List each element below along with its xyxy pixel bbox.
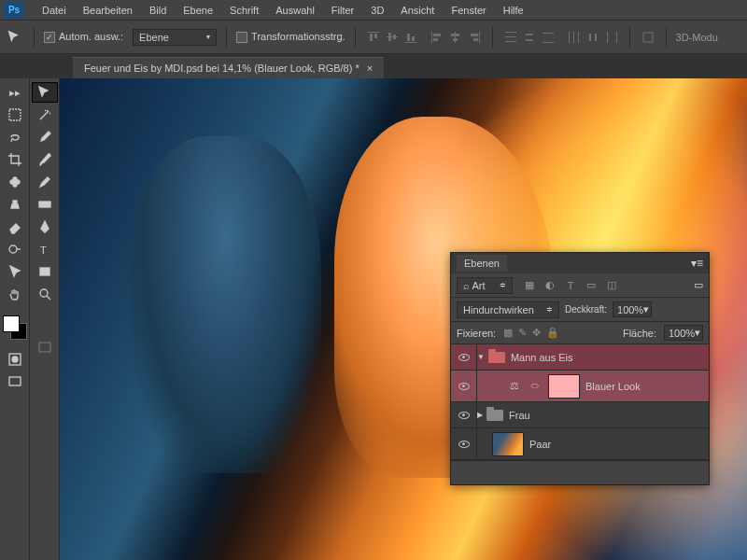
move-tool-icon[interactable]	[32, 82, 58, 103]
layers-tab[interactable]: Ebenen	[457, 255, 507, 272]
type-tool-icon[interactable]: T	[32, 239, 58, 259]
filter-type-icon[interactable]: T	[563, 278, 578, 293]
visibility-toggle[interactable]	[451, 428, 477, 459]
rectangle-tool-icon[interactable]	[32, 261, 58, 282]
dodge-tool-icon[interactable]	[2, 239, 28, 259]
path-select-tool-icon[interactable]	[2, 261, 28, 282]
svg-rect-23	[543, 33, 554, 34]
fill-input[interactable]: 100%▾	[664, 325, 703, 341]
expand-tools-icon[interactable]: ▸▸	[2, 82, 28, 103]
canvas[interactable]: Ebenen ▾≡ ⌕ Art≑ ▦ ◐ T ▭ ◫ ▭ Hindurchwir…	[60, 78, 747, 560]
menu-select[interactable]: Auswahl	[267, 2, 323, 19]
zoom-tool-icon[interactable]	[32, 284, 58, 304]
marquee-tool-icon[interactable]	[2, 105, 28, 125]
filter-adjustment-icon[interactable]: ◐	[543, 278, 557, 293]
screen-mode-icon[interactable]	[2, 371, 28, 392]
lasso-tool-icon[interactable]	[2, 127, 28, 147]
align-hcenter-icon[interactable]	[447, 29, 464, 46]
pen-tool-icon[interactable]	[32, 217, 58, 237]
menu-file[interactable]: Datei	[34, 2, 75, 19]
gradient-tool-icon[interactable]	[32, 194, 58, 215]
eye-icon	[458, 441, 470, 448]
eraser-tool-icon[interactable]	[2, 217, 28, 237]
layer-blauer-look[interactable]: ⚖ ⬭ Blauer Look	[451, 371, 709, 402]
visibility-toggle[interactable]	[451, 402, 477, 427]
distribute-right-icon[interactable]	[603, 29, 620, 46]
crop-tool-icon[interactable]	[2, 149, 28, 170]
visibility-toggle[interactable]	[451, 371, 477, 401]
history-brush-tool-icon[interactable]	[32, 172, 58, 192]
opacity-input[interactable]: 100%▾	[613, 301, 652, 317]
transform-controls-checkbox[interactable]: Transformationsstrg.	[236, 31, 345, 43]
menu-image[interactable]: Bild	[141, 2, 175, 19]
color-balance-icon: ⚖	[507, 379, 522, 394]
distribute-top-icon[interactable]	[502, 29, 519, 46]
layers-panel-header[interactable]: Ebenen ▾≡	[451, 253, 709, 273]
menu-view[interactable]: Ansicht	[392, 2, 443, 19]
lock-all-icon[interactable]: 🔒	[546, 327, 559, 339]
move-tool-icon[interactable]	[6, 28, 24, 47]
foreground-color[interactable]	[3, 315, 20, 332]
close-tab-icon[interactable]: ×	[367, 63, 373, 74]
menu-type[interactable]: Schrift	[221, 2, 267, 19]
brush-tool-icon[interactable]	[32, 149, 58, 170]
panel-icon[interactable]	[34, 338, 56, 357]
filter-type-dropdown[interactable]: ⌕ Art≑	[457, 277, 513, 294]
distribute-vcenter-icon[interactable]	[521, 29, 538, 46]
menu-edit[interactable]: Bearbeiten	[75, 2, 141, 19]
color-swatches[interactable]	[3, 315, 27, 340]
layer-group-frau[interactable]: ▶ Frau	[451, 402, 709, 428]
svg-point-36	[9, 245, 17, 253]
filter-pixel-icon[interactable]: ▦	[522, 278, 537, 293]
disclosure-icon[interactable]: ▼	[477, 353, 485, 361]
quick-mask-icon[interactable]	[2, 349, 28, 370]
search-icon: ⌕	[463, 280, 470, 291]
layer-name[interactable]: Frau	[509, 410, 530, 421]
auto-select-checkbox[interactable]: Autom. ausw.:	[44, 31, 123, 43]
distribute-hcenter-icon[interactable]	[585, 29, 601, 46]
menu-filter[interactable]: Filter	[323, 2, 362, 19]
menu-3d[interactable]: 3D	[362, 2, 392, 19]
align-left-icon[interactable]	[429, 29, 445, 46]
layer-group-mann-aus-eis[interactable]: ▼ Mann aus Eis	[451, 344, 709, 371]
spot-healing-tool-icon[interactable]	[2, 172, 28, 192]
blend-mode-dropdown[interactable]: Hindurchwirken≑	[457, 301, 559, 318]
menu-window[interactable]: Fenster	[443, 2, 494, 19]
menu-help[interactable]: Hilfe	[495, 2, 532, 19]
auto-align-icon[interactable]	[640, 29, 656, 46]
layer-name[interactable]: Paar	[529, 439, 551, 450]
align-bottom-icon[interactable]	[402, 29, 419, 46]
magic-wand-tool-icon[interactable]	[32, 105, 58, 125]
visibility-toggle[interactable]	[451, 344, 477, 370]
distribute-left-icon[interactable]	[566, 29, 583, 46]
panel-menu-icon[interactable]: ▾≡	[691, 257, 703, 270]
layer-paar[interactable]: Paar	[451, 428, 709, 460]
eyedropper-tool-icon[interactable]	[32, 127, 58, 147]
layer-thumbnail[interactable]	[492, 432, 524, 456]
app-logo[interactable]: Ps	[4, 2, 24, 19]
align-top-icon[interactable]	[365, 29, 382, 46]
clone-stamp-tool-icon[interactable]	[2, 194, 28, 215]
distribute-bottom-icon[interactable]	[540, 29, 557, 46]
filter-toggle-icon[interactable]: ▭	[694, 279, 703, 291]
svg-rect-12	[455, 32, 456, 43]
menu-layer[interactable]: Ebene	[175, 2, 221, 19]
svg-rect-11	[433, 38, 438, 41]
filter-shape-icon[interactable]: ▭	[584, 278, 599, 293]
lock-pixels-icon[interactable]: ✎	[518, 327, 527, 339]
layer-name[interactable]: Mann aus Eis	[511, 352, 573, 363]
lock-transparent-icon[interactable]: ▩	[503, 327, 513, 339]
svg-rect-22	[526, 39, 533, 41]
filter-smart-icon[interactable]: ◫	[604, 278, 619, 293]
document-tab[interactable]: Feuer und Eis by MDI.psd bei 14,1% (Blau…	[73, 57, 384, 78]
layer-name[interactable]: Blauer Look	[585, 381, 641, 392]
disclosure-icon[interactable]: ▶	[477, 411, 483, 419]
lock-position-icon[interactable]: ✥	[532, 327, 541, 339]
auto-select-target-dropdown[interactable]: Ebene▾	[133, 29, 217, 46]
align-right-icon[interactable]	[466, 29, 483, 46]
layer-mask-thumbnail[interactable]	[548, 374, 580, 399]
svg-rect-19	[505, 36, 516, 37]
svg-rect-24	[543, 42, 554, 43]
hand-tool-icon[interactable]	[2, 284, 28, 304]
align-vcenter-icon[interactable]	[384, 29, 401, 46]
